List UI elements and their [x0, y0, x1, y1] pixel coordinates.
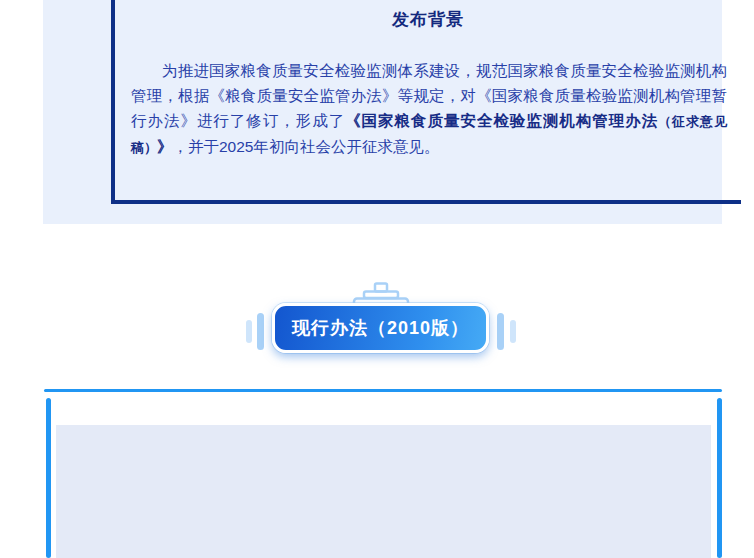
section-divider-line — [44, 389, 722, 392]
document-panel: 《国家粮食质量检验监测机构管理暂行办法》印发 中央政府门户网站 www.gov.… — [56, 425, 711, 558]
release-paragraph: 为推进国家粮食质量安全检验监测体系建设，规范国家粮食质量安全检验监测机构管理，根… — [131, 58, 727, 160]
frame-left-bar — [46, 398, 51, 558]
paragraph-regular-end: ，并于2025年初向社会公开征求意见。 — [173, 138, 440, 155]
article-page: 发布背景 为推进国家粮食质量安全检验监测体系建设，规范国家粮食质量安全检验监测机… — [0, 0, 754, 558]
right-decor-bars-icon — [497, 313, 517, 350]
release-background-box: 发布背景 为推进国家粮食质量安全检验监测体系建设，规范国家粮食质量安全检验监测机… — [111, 0, 741, 204]
top-background-panel: 发布背景 为推进国家粮食质量安全检验监测体系建设，规范国家粮食质量安全检验监测机… — [43, 0, 722, 224]
section-title: 发布背景 — [115, 8, 741, 31]
frame-right-bar — [717, 398, 722, 558]
left-decor-bars-icon — [246, 313, 266, 350]
paragraph-bold-close: 》 — [157, 138, 173, 155]
paragraph-bold-title: 《国家粮食质量安全检验监测机构管理办法 — [345, 112, 658, 129]
current-measures-2010-button[interactable]: 现行办法（2010版） — [272, 303, 489, 353]
